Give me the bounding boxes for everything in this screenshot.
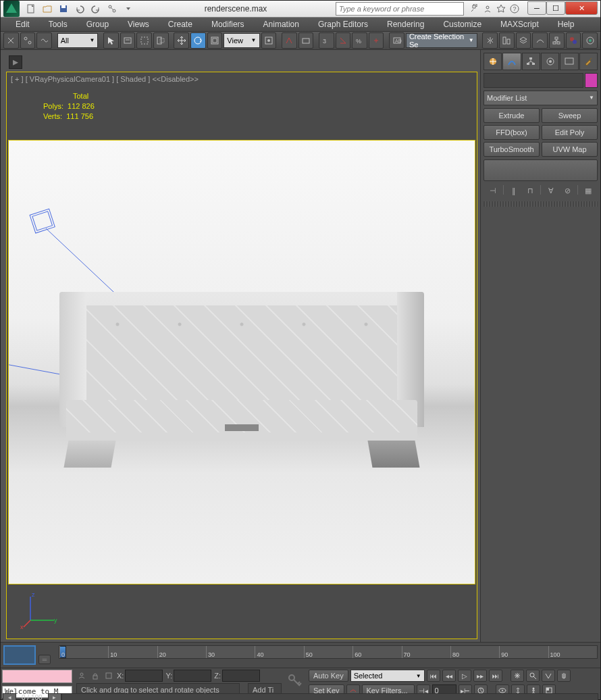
- tab-modify[interactable]: [502, 53, 521, 70]
- menu-rendering[interactable]: Rendering: [377, 18, 434, 30]
- fov-icon[interactable]: [542, 670, 555, 682]
- mirror-icon[interactable]: [482, 32, 498, 49]
- spinner-snap-icon[interactable]: [369, 32, 384, 49]
- object-color-swatch[interactable]: [585, 73, 598, 88]
- help-search-input[interactable]: [336, 2, 464, 16]
- select-by-name-icon[interactable]: [120, 32, 136, 49]
- snap-toggle-icon[interactable]: 3: [319, 32, 334, 49]
- scrub-track[interactable]: [61, 693, 598, 700]
- menu-grapheditors[interactable]: Graph Editors: [309, 18, 377, 30]
- rotate-icon[interactable]: [190, 32, 206, 49]
- modifier-stack[interactable]: [484, 159, 598, 181]
- align-icon[interactable]: [499, 32, 515, 49]
- close-button[interactable]: ✕: [565, 1, 598, 15]
- tab-utilities[interactable]: [579, 53, 598, 70]
- new-file-icon[interactable]: [24, 1, 38, 16]
- save-icon[interactable]: [56, 1, 71, 16]
- manipulate-icon[interactable]: [282, 32, 297, 49]
- qat-dropdown-icon[interactable]: [121, 1, 136, 16]
- unlink-icon[interactable]: [20, 32, 36, 49]
- sign-in-icon[interactable]: [481, 3, 494, 15]
- menu-views[interactable]: Views: [118, 18, 159, 30]
- help-icon[interactable]: ?: [508, 3, 521, 15]
- menu-maxscript[interactable]: MAXScript: [491, 18, 548, 30]
- zoom-extents-icon[interactable]: [511, 670, 524, 682]
- select-link-icon[interactable]: [3, 32, 19, 49]
- tab-hierarchy[interactable]: [522, 53, 540, 70]
- play-icon[interactable]: ▷: [458, 670, 471, 682]
- selection-filter-combo[interactable]: All▼: [57, 33, 99, 48]
- lock-icon[interactable]: [90, 670, 101, 681]
- timeline-play-toggle[interactable]: ▸: [9, 55, 22, 69]
- menu-animation[interactable]: Animation: [254, 18, 309, 30]
- material-editor-icon[interactable]: [566, 32, 581, 49]
- time-slider-thumb[interactable]: [3, 645, 36, 665]
- bind-icon[interactable]: [36, 32, 52, 49]
- configure-sets-icon[interactable]: ⊘: [561, 185, 575, 197]
- window-crossing-icon[interactable]: [153, 32, 169, 49]
- layers-icon[interactable]: [516, 32, 531, 49]
- scrub-left[interactable]: ◂: [3, 693, 16, 700]
- auto-key-button[interactable]: Auto Key: [309, 670, 348, 682]
- percent-snap-icon[interactable]: %: [352, 32, 367, 49]
- keyboard-shortcut-icon[interactable]: [298, 32, 314, 49]
- mod-ffdbox[interactable]: FFD(box): [484, 125, 540, 140]
- modifier-list-dropdown[interactable]: Modifier List: [484, 91, 598, 105]
- named-selection-combo[interactable]: Create Selection Se▼: [406, 33, 477, 48]
- show-end-result-icon[interactable]: ‖: [507, 185, 521, 197]
- move-icon[interactable]: [174, 32, 189, 49]
- menu-modifiers[interactable]: Modifiers: [202, 18, 254, 30]
- maximize-button[interactable]: ☐: [546, 1, 565, 15]
- maxscript-prompt[interactable]: [2, 670, 72, 683]
- isolate-icon[interactable]: [103, 670, 114, 681]
- zoom-icon[interactable]: [526, 670, 540, 682]
- app-logo[interactable]: [3, 1, 20, 17]
- prev-frame-icon[interactable]: ◂◂: [442, 670, 456, 682]
- curve-editor-icon[interactable]: [532, 32, 548, 49]
- angle-snap-icon[interactable]: [336, 32, 351, 49]
- mod-uvwmap[interactable]: UVW Map: [542, 142, 598, 157]
- x-coord-input[interactable]: [125, 670, 163, 682]
- mod-editpoly[interactable]: Edit Poly: [542, 125, 598, 140]
- mod-turbosmooth[interactable]: TurboSmooth: [484, 142, 540, 157]
- menu-tools[interactable]: Tools: [39, 18, 77, 30]
- time-ruler[interactable]: 0 10 20 30 40 50 60 70 80 90 100: [59, 645, 598, 659]
- z-coord-input[interactable]: [222, 670, 260, 682]
- select-object-icon[interactable]: [103, 32, 119, 49]
- menu-help[interactable]: Help: [548, 18, 584, 30]
- remove-modifier-icon[interactable]: ∀: [544, 185, 558, 197]
- scale-icon[interactable]: [207, 32, 223, 49]
- menu-group[interactable]: Group: [77, 18, 118, 30]
- tab-display[interactable]: [560, 53, 578, 70]
- redo-icon[interactable]: [88, 1, 103, 16]
- key-target-select[interactable]: Selected: [350, 670, 425, 682]
- y-coord-input[interactable]: [174, 670, 211, 682]
- pivot-icon[interactable]: [261, 32, 277, 49]
- set-key-big-icon[interactable]: [284, 668, 306, 694]
- select-region-icon[interactable]: [136, 32, 152, 49]
- favorites-icon[interactable]: [495, 3, 507, 15]
- pan-icon[interactable]: [557, 670, 571, 682]
- pin-stack-icon[interactable]: ⊣: [486, 185, 500, 197]
- make-unique-icon[interactable]: ⊓: [523, 185, 537, 197]
- object-name-input[interactable]: [484, 73, 583, 88]
- menu-edit[interactable]: Edit: [6, 18, 39, 30]
- menu-create[interactable]: Create: [159, 18, 202, 30]
- goto-end-icon[interactable]: ⏭: [489, 670, 502, 682]
- search-icon[interactable]: [468, 3, 480, 15]
- next-frame-icon[interactable]: ▸▸: [473, 670, 487, 682]
- scrub-right[interactable]: ▸: [48, 693, 61, 700]
- goto-start-icon[interactable]: ⏮: [427, 670, 440, 682]
- open-file-icon[interactable]: [40, 1, 55, 16]
- mod-sweep[interactable]: Sweep: [542, 108, 598, 123]
- tab-motion[interactable]: [541, 53, 559, 70]
- schematic-view-icon[interactable]: [549, 32, 565, 49]
- viewport[interactable]: [ + ] [ VRayPhysicalCamera01 ] [ Shaded …: [6, 72, 477, 639]
- link-icon[interactable]: [105, 1, 120, 16]
- lock-selection-icon[interactable]: [76, 670, 87, 681]
- render-setup-icon[interactable]: [582, 32, 598, 49]
- edit-named-sel-icon[interactable]: ABC: [389, 32, 404, 49]
- viewport-label[interactable]: [ + ] [ VRayPhysicalCamera01 ] [ Shaded …: [11, 75, 199, 83]
- ref-coord-combo[interactable]: View▼: [224, 33, 259, 48]
- undo-icon[interactable]: [72, 1, 87, 16]
